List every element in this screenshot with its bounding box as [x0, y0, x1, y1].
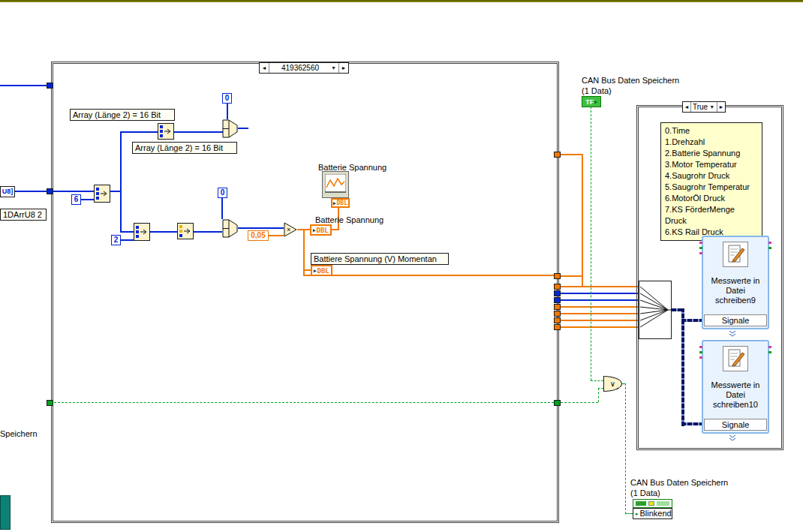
can-bus-label-line2: (1 Data): [630, 488, 660, 498]
free-label[interactable]: Array (Länge 2) = 16 Bit: [70, 109, 175, 121]
tunnel[interactable]: [554, 273, 561, 279]
numeric-constant[interactable]: 6: [71, 194, 81, 205]
array-function-icon: [158, 124, 173, 139]
signal-list-item: 1.Drehzahl: [665, 137, 758, 148]
array-wire-label-text: 1DArrU8 2: [3, 210, 42, 219]
multiply-icon: ×: [284, 222, 297, 237]
property-node-blinkend[interactable]: ▸ Blinkend: [633, 508, 672, 519]
chevron-down-icon[interactable]: ▼: [331, 65, 338, 71]
svg-text:×: ×: [287, 226, 290, 233]
case-prev-icon[interactable]: ◄: [260, 63, 269, 73]
tunnel[interactable]: [554, 317, 561, 323]
terminal-arrow-icon: ▸: [313, 227, 316, 233]
case-next-icon[interactable]: ►: [717, 102, 725, 112]
connector-tick: [699, 346, 702, 348]
tunnel[interactable]: [554, 297, 561, 303]
tunnel[interactable]: [554, 152, 561, 158]
array-function-node[interactable]: [158, 123, 174, 140]
case-next-icon[interactable]: ►: [339, 63, 348, 73]
array-function-node[interactable]: [94, 185, 110, 203]
array-function-node[interactable]: [177, 223, 194, 239]
express-vi-write-file-10[interactable]: Messwerte in Datei schreiben10 Signale: [702, 340, 769, 434]
numeric-constant[interactable]: 0: [222, 93, 232, 104]
tunnel[interactable]: [554, 304, 561, 310]
constant-value: 0,05: [251, 231, 265, 239]
join-numbers-icon: [222, 119, 238, 138]
tunnel[interactable]: [554, 290, 561, 296]
property-node-reference[interactable]: [633, 499, 672, 508]
dbl-type-label: DBL: [317, 227, 329, 234]
numeric-constant[interactable]: 0: [218, 188, 227, 198]
connector-tick: [699, 252, 702, 254]
terminal-arrow-icon: ▸: [594, 99, 597, 105]
array-wire-label[interactable]: 1DArrU8 2: [0, 209, 47, 221]
merge-signals-node[interactable]: [639, 281, 672, 339]
free-label-text: Array (Länge 2) = 16 Bit: [73, 110, 161, 119]
reference-glyph: [657, 501, 669, 506]
expand-chevron-icon[interactable]: [728, 330, 737, 337]
signal-list-item: 5.Saugrohr Temperatur: [665, 182, 758, 193]
case-prev-icon[interactable]: ◄: [683, 102, 690, 112]
main-case-selector[interactable]: ◄ 419362560 ▼ ►: [259, 62, 349, 74]
array-function-node[interactable]: [134, 223, 150, 241]
case-selector-value[interactable]: True: [691, 103, 709, 111]
boolean-tf-terminal[interactable]: TF▸: [582, 96, 601, 107]
wire-boolean: [625, 513, 633, 514]
join-numbers-node[interactable]: [222, 119, 238, 138]
wire-orange: [561, 154, 582, 155]
or-symbol: ∨: [610, 380, 615, 388]
waveform-chart-terminal[interactable]: [322, 171, 349, 198]
tunnel[interactable]: [554, 311, 561, 317]
right-case-selector[interactable]: ◄ True ▼ ►: [682, 101, 726, 113]
chevron-down-icon[interactable]: ▼: [709, 104, 717, 110]
outer-frame-line-bottom: [0, 0, 803, 2]
wire-orange: [561, 320, 639, 321]
signal-list-item: 3.Motor Temperatur: [665, 159, 758, 170]
dbl-indicator-terminal[interactable]: ▸DBL: [310, 224, 332, 236]
indicator-label-box[interactable]: Battiere Spannung (V) Momentan: [311, 253, 449, 265]
dbl-indicator-terminal[interactable]: ▸DBL: [311, 265, 332, 276]
wire-blue: [561, 299, 639, 301]
numeric-constant[interactable]: 2: [111, 235, 121, 245]
write-to-file-icon: [723, 242, 748, 267]
multiply-node[interactable]: ×: [284, 222, 297, 237]
u8-array-constant[interactable]: U8]: [0, 186, 15, 197]
constant-value: 0: [225, 94, 230, 102]
speichern-label: Speichern: [0, 429, 38, 439]
or-function-node[interactable]: ∨: [603, 376, 622, 392]
array-function-icon: [178, 224, 193, 239]
case-selector-value[interactable]: 419362560: [269, 64, 331, 72]
connector-tick: [768, 351, 771, 353]
express-vi-write-file-9[interactable]: Messwerte in Datei schreiben9 Signale: [702, 236, 769, 329]
express-vi-caption: Messwerte in Datei schreiben9: [711, 267, 760, 314]
connector-tick: [699, 247, 702, 249]
wire-boolean: [591, 380, 603, 381]
tunnel[interactable]: [47, 400, 53, 406]
expand-chevron-icon[interactable]: [728, 434, 737, 441]
dbl-type-label: DBL: [317, 267, 329, 275]
wire-orange: [561, 306, 639, 308]
tunnel[interactable]: [554, 324, 561, 330]
can-bus-label-line2: (1 Data): [582, 86, 612, 96]
constant-value: 2: [114, 236, 119, 244]
tunnel[interactable]: [554, 400, 561, 406]
wire-orange: [582, 154, 583, 287]
can-bus-label-line1: CAN Bus Daten Speichern: [582, 76, 679, 86]
signale-input[interactable]: Signale: [704, 314, 767, 326]
tunnel[interactable]: [47, 188, 53, 194]
path-constant-partial[interactable]: [0, 495, 11, 530]
signale-input[interactable]: Signale: [704, 419, 767, 431]
dbl-type-label: DBL: [337, 200, 347, 206]
signal-list-label[interactable]: 0.Time 1.Drehzahl 2.Batterie Spannung 3.…: [660, 122, 762, 241]
array-function-icon: [95, 185, 110, 202]
free-label[interactable]: Array (Länge 2) = 16 Bit: [132, 142, 237, 154]
tunnel[interactable]: [47, 83, 53, 89]
numeric-constant[interactable]: 0,05: [248, 230, 269, 241]
join-numbers-node[interactable]: [222, 219, 238, 238]
terminal-arrow-icon: ▸: [636, 509, 639, 518]
wire-blue: [561, 293, 639, 294]
tunnel[interactable]: [554, 284, 561, 290]
connector-tick: [768, 346, 771, 348]
chart-dbl-terminal[interactable]: ▸DBL: [331, 198, 350, 208]
write-to-file-icon: [723, 346, 748, 371]
